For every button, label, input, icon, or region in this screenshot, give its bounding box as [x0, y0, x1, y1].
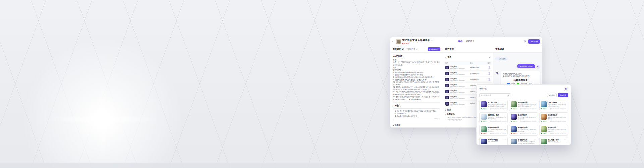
plugin-tool-select[interactable]: 创建生产工单 ⌄	[470, 67, 486, 69]
copy-icon[interactable]: ⧉	[431, 39, 432, 42]
template-card[interactable]: 库存管理助手···实时掌握库存动态,提供补货与调拨建议。已发布最后编辑 2024…	[539, 112, 568, 123]
publish-button[interactable]: 发布应用	[528, 39, 540, 44]
plugin-meta: MES插件https://dme.cn-north-4.hu...	[450, 90, 466, 93]
status-label: 已发布	[483, 108, 487, 110]
create-agent-button[interactable]: + 创建智能体	[428, 47, 440, 51]
template-description: 华为CRM智能助手。	[488, 141, 506, 143]
status-dot	[511, 108, 512, 109]
template-card[interactable]: 智能视觉助手···基于AI视觉识别能力,快速检测产线质量问题。未发布最后编辑 2…	[509, 125, 538, 136]
status-label: 已发布	[513, 120, 517, 122]
tab-publish-history[interactable]: 发布历史	[466, 40, 475, 43]
plugin-icon: ▣	[445, 84, 449, 87]
remove-plugin-icon[interactable]: −	[488, 78, 490, 81]
more-icon[interactable]: ···	[534, 139, 536, 140]
plugin-tool-select[interactable]: 添加物料产品 ⌄	[470, 73, 486, 75]
tab-orchestrate[interactable]: 编排	[458, 40, 463, 43]
card-text: 合同审查助手···快速审查合同条款内容,识别合同风险点并给出修改建议。	[518, 101, 536, 107]
template-card[interactable]: AI运维助手···面向运维场景的智能问答与故障诊断助手。已发布最后编辑 2024…	[539, 125, 568, 136]
search-box[interactable]	[479, 93, 511, 97]
divider	[393, 102, 440, 103]
template-title: DevOps智能...	[548, 101, 564, 103]
card-text: 行云内置小助手···审核测试、模板验证。	[548, 139, 566, 144]
plugin-info: ▣MES插件https://dme.cn-north-4.hu...	[445, 78, 470, 81]
opening-line: 欢迎使用生产执行管理系统智能助手!我能为你提供以下帮助:	[395, 110, 438, 112]
template-thumbnail	[481, 101, 487, 107]
more-icon[interactable]: ···	[534, 114, 536, 116]
card-footer: 未发布最后编辑 2024-06-21 14:30:48	[511, 133, 536, 134]
scrollbar[interactable]	[439, 110, 439, 115]
opening-textarea[interactable]: 欢迎使用生产执行管理系统智能助手!我能为你提供以下帮助:1. 添加物料产品2. …	[393, 108, 440, 120]
back-icon[interactable]: ‹	[392, 40, 396, 43]
workflow-select[interactable]: 智能工作流 ⌄	[407, 48, 417, 50]
bot-avatar	[495, 71, 499, 75]
gear-icon[interactable]: ⚙	[524, 40, 526, 43]
card-top: DevOps智能...···计算机视觉AIGC与DevOps流程结合的智能助手与…	[541, 101, 566, 107]
suggest-section-header[interactable]: ▴ 推荐问	[393, 124, 440, 127]
search-input[interactable]	[481, 94, 507, 96]
last-edited-label: 最后编辑 2024-06-22 10:08:30	[550, 121, 566, 122]
agent-logo	[396, 39, 401, 44]
template-card[interactable]: DevOps智能...···计算机视觉AIGC与DevOps流程结合的智能助手与…	[539, 100, 568, 111]
more-icon[interactable]: ···	[534, 126, 536, 128]
remove-plugin-icon[interactable]: −	[488, 72, 490, 75]
page-background: ‹ 生产执行管理系统AI助手 ⧉ 未发布 编排 发布历史 ⚙ 发布应用	[0, 0, 644, 168]
status-dot	[511, 133, 512, 134]
more-icon[interactable]: ···	[534, 101, 536, 103]
more-icon[interactable]: ···	[504, 114, 506, 116]
template-card[interactable]: 物联网业务助手···接入设备数据,辅助物联网业务运维与监控。未发布最后编辑 20…	[479, 125, 508, 136]
more-icon[interactable]: ···	[564, 114, 567, 116]
persona-line: 4.2 得到用户确认后再执行下一步动作,根据需要执行创建或修改对应的工单与产品,…	[393, 86, 440, 91]
template-thumbnail	[541, 101, 547, 107]
plugin-icon: ▣	[445, 66, 449, 69]
create-template-button[interactable]: 创建模板	[558, 93, 568, 97]
plugin-info: ▣MES插件https://dme.cn-north-4.hu...	[445, 90, 470, 93]
define-column-title: 智能体定义	[393, 48, 404, 51]
template-card[interactable]: 数智经营助手···基于经营数据分析,辅助管理者快速做出决策。已发布最后编辑 20…	[509, 112, 538, 123]
card-top: 生产执行管理...···创建生产执行管理系统助手,帮助用户快速完成生产执行相关任…	[481, 101, 506, 107]
more-icon[interactable]: ···	[504, 126, 506, 128]
import-template-button[interactable]: 导入模板	[547, 93, 557, 97]
persona-line: 4.1 先查询现有产品信息中是否有对应数据,若有则提示用户是否覆盖该工单的生产。	[393, 81, 440, 86]
debug-process-pill[interactable]: ⌄ 调试过程	[495, 57, 508, 60]
plugins-section-header[interactable]: ▴ 插件 +	[443, 53, 493, 61]
more-icon[interactable]: ···	[564, 101, 567, 103]
template-title: 生产执行管理...	[488, 101, 504, 103]
card-head: DevOps智能...···	[548, 101, 566, 103]
plugin-meta: MES插件https://dme.cn-north-4.hu...	[450, 66, 466, 69]
template-card[interactable]: 多智能体应用···包含多个智能体:一个负责对话,一个负责巡检,MultiAgen…	[509, 137, 538, 145]
template-card[interactable]: 华为CRM智能...···华为CRM智能助手。已发布最后编辑 2024-06-2…	[479, 137, 508, 145]
opening-section-header[interactable]: ▴ 开场白	[393, 104, 440, 107]
template-gallery-window: 模板中心 C 导入模板 创建模板 生产执行管理...···创建生产执行管理系统助…	[476, 84, 571, 145]
remove-plugin-icon[interactable]: −	[488, 66, 490, 69]
last-edited-label: 最后编辑 2024-06-20 18:12:26	[550, 133, 566, 134]
card-footer: 已发布最后编辑 2024-06-25 17:17:33	[481, 108, 506, 110]
template-title: 合同审查助手	[518, 101, 534, 103]
status-badge: 未发布	[404, 42, 409, 44]
user-avatar: C	[536, 64, 540, 68]
plugin-info: ▣MES插件https://dme.cn-north-4.hu...	[445, 96, 470, 99]
template-card[interactable]: SCRM客户管理···围绕客户全生命周期,提供客户洞察与营销建议。已发布最后编辑…	[479, 112, 508, 123]
more-icon[interactable]: ···	[504, 139, 506, 140]
plugin-meta: MES插件https://dme.cn-north-4.hu...	[450, 102, 466, 106]
template-title: 智能视觉助手	[518, 126, 534, 128]
more-icon[interactable]: ···	[564, 126, 567, 128]
more-icon[interactable]: ···	[564, 139, 567, 140]
plugin-tool-select[interactable]: 查询物料产品 ⌄	[470, 79, 486, 81]
more-icon[interactable]: ···	[504, 101, 506, 103]
template-card[interactable]: 生产执行管理...···创建生产执行管理系统助手,帮助用户快速完成生产执行相关任…	[479, 100, 508, 111]
plugin-url: https://dme.cn-north-4.hu...	[450, 86, 466, 87]
plugin-info: ▣MES插件https://dme.cn-north-4.hu...	[445, 102, 470, 106]
skill-section-title: 长期记忆	[447, 113, 454, 116]
gallery-avatar[interactable]: C	[564, 87, 568, 91]
template-card[interactable]: 合同审查助手···快速审查合同条款内容,识别合同风险点并给出修改建议。已发布最后…	[509, 100, 538, 111]
persona-line: 1. 根据你的理解提供统一的审批示例给用户。	[393, 71, 440, 74]
status-dot	[481, 121, 482, 122]
plugin-url: https://dme.cn-north-4.hu...	[450, 98, 466, 99]
add-plugin-icon[interactable]: +	[489, 56, 490, 59]
template-card[interactable]: 行云内置小助手···审核测试、模板验证。已发布最后编辑 2024-06-19 1…	[539, 137, 568, 145]
persona-section[interactable]: 人设与回复 角色:你是一个生产管理智能助手,你的任务是协助用户完成生产任务并提供…	[393, 55, 440, 101]
template-title: 华为CRM智能...	[488, 139, 504, 141]
status-label: 未发布	[483, 133, 487, 134]
card-top: SCRM客户管理···围绕客户全生命周期,提供客户洞察与营销建议。	[481, 114, 506, 120]
card-text: 物联网业务助手···接入设备数据,辅助物联网业务运维与监控。	[488, 126, 506, 132]
